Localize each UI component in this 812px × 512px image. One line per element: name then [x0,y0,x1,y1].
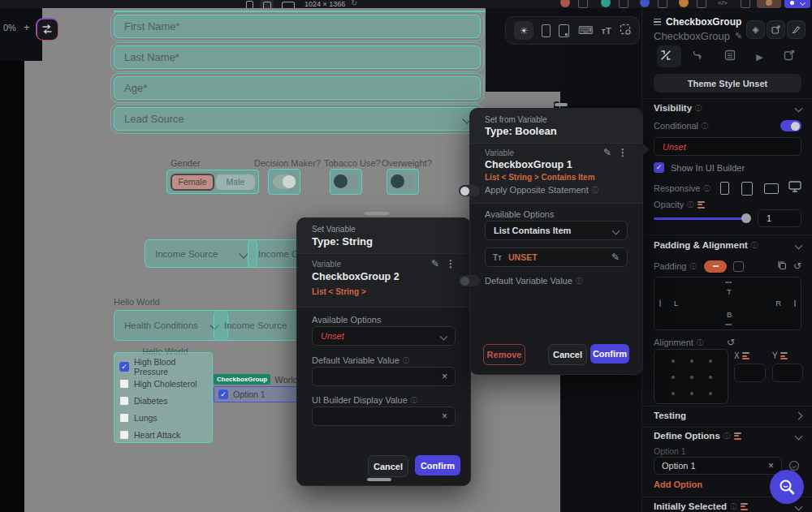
checkbox-icon[interactable] [119,413,129,423]
health-conditions-dropdown[interactable]: Health Conditions [114,310,228,341]
add-option-button[interactable]: Add Option [654,480,702,489]
overweight-toggle[interactable] [387,169,419,195]
phone-preview-icon[interactable] [542,24,551,37]
unset-value-input[interactable]: Tт UNSET ✎ [485,247,628,267]
available-options-select[interactable]: Unset [312,326,456,346]
frame-settings-icon[interactable] [620,24,631,38]
profile-button[interactable] [757,0,781,8]
align-y-input[interactable] [772,364,803,382]
tobacco-use-toggle[interactable] [330,169,362,195]
tab-interactions[interactable] [692,49,703,64]
align-x-input[interactable] [734,364,766,382]
confirm-button[interactable]: Confirm [590,344,629,364]
checkbox-checked-icon[interactable]: ✓ [119,362,129,372]
checkbox-item[interactable]: High Cholesterol [119,375,212,392]
tab-export[interactable] [784,49,795,64]
clear-icon[interactable]: × [768,460,774,471]
variables-mode-button[interactable] [36,18,58,41]
checkbox-group[interactable]: ✓High Blood Pressure High Cholesterol Di… [114,352,213,443]
gem-button[interactable]: ◈ [746,20,765,39]
align-dot[interactable] [709,392,712,395]
last-name-field[interactable]: Last Name* [114,45,481,69]
show-in-ui-builder-row[interactable]: ✓ Show In UI Builder [654,162,745,173]
publish-button[interactable] [784,0,810,8]
export-button[interactable] [767,20,785,39]
avatar[interactable] [560,0,570,7]
copy-icon[interactable] [777,259,787,273]
padding-left-handle[interactable] [659,300,661,307]
checkbox-checked-icon[interactable]: ✓ [654,162,664,173]
option-1-input[interactable]: Option 1 × [654,457,782,475]
notification-icon[interactable] [578,0,588,8]
decision-maker-toggle[interactable] [268,169,300,195]
theme-style-button[interactable]: Theme Style Unset [654,74,801,93]
formula-icon[interactable] [741,503,749,510]
edit-pencil-icon[interactable]: ✎ [603,147,611,158]
device-monitor-icon[interactable] [282,2,295,8]
edit-pencil-icon[interactable]: ✎ [431,258,439,269]
rotate-icon[interactable]: ↻ [351,0,357,7]
padding-top-handle[interactable] [725,282,732,283]
checkbox-item[interactable]: Lungs [119,409,212,426]
responsive-landscape-icon[interactable] [764,183,779,194]
align-dot[interactable] [672,359,675,363]
reset-icon[interactable]: ↺ [727,337,735,348]
tab-play[interactable]: ▶ [756,52,762,62]
opacity-value-input[interactable]: 1 [758,209,801,227]
device-phone-icon[interactable] [246,1,253,8]
brightness-button[interactable]: ☀ [514,21,533,40]
reset-icon[interactable]: ↺ [793,261,801,271]
keyboard-icon[interactable]: ⌨ [578,24,594,37]
income-source-dropdown[interactable]: Income Source [145,239,257,268]
default-value-input[interactable]: × [312,367,456,386]
opacity-slider[interactable] [654,217,749,220]
checkbox-icon[interactable] [119,396,129,406]
conditional-toggle[interactable] [780,120,801,131]
padding-bottom-handle[interactable] [725,324,732,325]
tab-style[interactable] [660,49,672,64]
formula-icon[interactable] [780,352,788,359]
formula-icon[interactable] [742,352,750,359]
align-dot[interactable] [690,392,693,395]
zoom-in-button[interactable]: + [24,21,30,33]
style-pen-button[interactable] [787,20,806,39]
formula-icon[interactable] [698,201,706,209]
clear-icon[interactable]: × [442,371,447,382]
avatar[interactable] [640,0,650,7]
align-dot[interactable] [709,359,712,363]
drag-handle[interactable] [555,103,568,106]
align-dot[interactable] [709,376,712,379]
cancel-button[interactable]: Cancel [548,344,587,365]
lead-source-field[interactable]: Lead Source [114,107,481,131]
tablet-preview-icon[interactable] [559,24,569,37]
define-options-header[interactable]: Define Options ⓘ [654,431,801,441]
avatar[interactable] [679,0,689,7]
clear-icon[interactable]: × [442,411,447,422]
align-dot[interactable] [672,376,675,379]
available-options-select[interactable]: List Contains Item [485,221,628,240]
remove-button[interactable]: Remove [483,344,525,365]
zoom-level[interactable]: 0% [3,23,16,32]
padding-linked-pill[interactable] [704,260,727,273]
device-tablet-button[interactable] [260,0,274,8]
search-fab[interactable] [770,470,804,504]
gender-segmented[interactable]: Female Male [166,170,259,194]
testing-header[interactable]: Testing [654,411,801,420]
gender-option-female[interactable]: Female [171,174,214,191]
align-dot[interactable] [690,359,693,363]
checkbox-item[interactable]: ✓High Blood Pressure [119,358,212,375]
mute-icon[interactable] [619,0,628,8]
code-icon[interactable]: </> [718,0,728,6]
frame-icon[interactable] [741,0,750,8]
edit-pencil-icon[interactable]: ✎ [735,31,742,41]
edit-pencil-icon[interactable]: ✎ [611,252,620,263]
align-dot[interactable] [690,376,693,379]
first-name-field[interactable]: First Name* [114,15,481,38]
responsive-phone-icon[interactable] [720,182,729,195]
checkbox-icon[interactable] [119,430,129,440]
align-dot[interactable] [672,392,675,395]
visibility-header[interactable]: Visibilityⓘ [654,103,801,113]
drag-handle[interactable] [365,212,389,215]
tab-list[interactable] [724,49,736,64]
padding-right-handle[interactable] [794,300,796,307]
